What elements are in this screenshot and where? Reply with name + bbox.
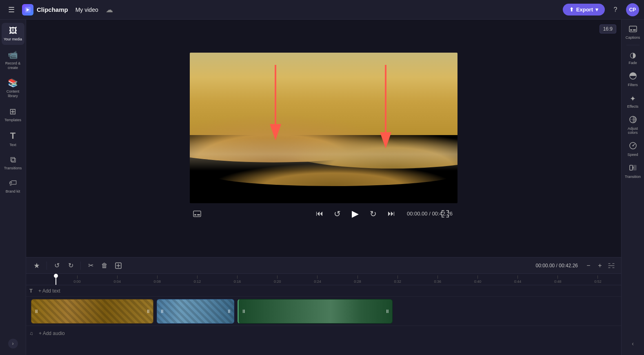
topbar-right: ⬆ Export ▾ ? CP — [563, 3, 639, 16]
export-chevron-icon: ▾ — [595, 7, 598, 13]
preview-area: 16:9 — [26, 20, 621, 257]
ruler-mark-36: 0:36 — [417, 275, 457, 284]
brand-kit-icon: 🏷 — [9, 178, 17, 188]
right-sidebar-item-effects[interactable]: ✦ Effects — [623, 91, 643, 111]
clip-forest-left-handle: ⏸ — [241, 308, 246, 314]
magic-tool-button[interactable] — [31, 260, 42, 271]
transition-label: Transition — [625, 175, 641, 179]
right-sidebar-collapse-button[interactable]: ‹ — [630, 339, 635, 348]
zoom-controls: − + — [584, 261, 616, 271]
svg-rect-18 — [633, 165, 636, 170]
app-name: Clipchamp — [37, 6, 68, 13]
sidebar-item-label: Your media — [4, 37, 22, 42]
right-sidebar-item-fade[interactable]: ◑ Fade — [623, 48, 643, 68]
center-area: 16:9 — [26, 20, 621, 355]
fullscreen-button[interactable] — [438, 206, 453, 221]
ruler-mark-0: 0:00 — [57, 275, 97, 284]
effects-label: Effects — [627, 104, 638, 109]
templates-icon: ⊞ — [9, 106, 16, 116]
right-sidebar-item-captions[interactable]: Captions — [623, 23, 643, 42]
logo-icon — [22, 4, 33, 16]
sidebar-item-label: Text — [9, 143, 16, 147]
forward-button[interactable]: ↻ — [366, 206, 381, 221]
rewind-button[interactable]: ↺ — [330, 206, 345, 221]
zoom-in-button[interactable]: + — [595, 261, 605, 271]
clip-forest-right-handle: ⏸ — [385, 308, 390, 314]
clip-desert[interactable]: ⏸ ⏸ — [31, 299, 153, 324]
sidebar-item-label: Brand kit — [6, 189, 20, 193]
sidebar-item-label: Contentlibrary — [7, 89, 20, 98]
sidebar-item-text[interactable]: T Text — [2, 127, 24, 150]
export-label: Export — [576, 7, 593, 13]
effects-sidebar-icon: ✦ — [630, 94, 636, 103]
transitions-icon: ⧉ — [10, 155, 16, 164]
ruler-mark-16: 0:16 — [218, 275, 258, 284]
mist — [190, 138, 457, 171]
svg-rect-11 — [630, 29, 632, 31]
record-icon: 📹 — [8, 50, 18, 60]
clip-desert-left-handle: ⏸ — [34, 308, 39, 314]
svg-rect-12 — [633, 29, 636, 31]
clip-desert-right-handle: ⏸ — [146, 308, 151, 314]
right-sidebar-item-transition[interactable]: Transition — [623, 161, 643, 182]
app-logo: Clipchamp — [22, 4, 68, 16]
ruler-mark-52: 0:52 — [578, 275, 618, 284]
sidebar-item-templates[interactable]: ⊞ Templates — [2, 103, 24, 126]
topbar: ☰ Clipchamp My video ☁ ⬆ Export ▾ ? CP — [0, 0, 644, 20]
main-area: 🖼 Your media 📹 Record &create 📚 Contentl… — [0, 20, 644, 355]
skip-back-button[interactable]: ⏮ — [312, 206, 327, 221]
right-sidebar-divider-1 — [626, 45, 640, 45]
undo-button[interactable]: ↺ — [51, 260, 62, 271]
user-avatar[interactable]: CP — [626, 3, 639, 16]
transition-sidebar-icon — [629, 164, 637, 173]
help-button[interactable]: ? — [609, 3, 622, 16]
add-audio-button[interactable]: + Add audio — [36, 330, 67, 337]
adjust-colors-label: Adjustcolors — [628, 126, 638, 135]
right-sidebar-item-speed[interactable]: Speed — [623, 139, 643, 160]
video-track: ⏸ ⏸ ⏸ ⏸ ⏸ ⏸ — [26, 297, 621, 326]
fade-sidebar-icon: ◑ — [630, 51, 636, 60]
right-sidebar-item-filters[interactable]: Filters — [623, 69, 643, 90]
ruler-mark-8: 0:08 — [137, 275, 177, 284]
zoom-out-button[interactable]: − — [584, 261, 593, 271]
video-preview — [190, 53, 457, 203]
sidebar-item-brand-kit[interactable]: 🏷 Brand kit — [2, 175, 24, 197]
delete-button[interactable]: 🗑 — [99, 260, 110, 271]
clip-aerial[interactable]: ⏸ ⏸ — [157, 299, 234, 324]
redo-button[interactable]: ↻ — [65, 260, 76, 271]
ruler-mark-20: 0:20 — [258, 275, 298, 284]
filters-label: Filters — [628, 83, 638, 87]
speed-sidebar-icon — [629, 142, 637, 151]
sidebar-item-your-media[interactable]: 🖼 Your media — [2, 23, 24, 45]
fit-to-window-button[interactable] — [606, 261, 616, 271]
svg-rect-17 — [630, 165, 633, 170]
ruler-mark-44: 0:44 — [498, 275, 538, 284]
sidebar-item-record[interactable]: 📹 Record &create — [2, 47, 24, 73]
right-sidebar: Captions ◑ Fade Filters ✦ Effects — [621, 20, 644, 355]
add-text-button[interactable]: + Add text — [36, 287, 63, 295]
export-icon: ⬆ — [569, 7, 574, 13]
play-button[interactable]: ▶ — [348, 206, 363, 221]
captions-button[interactable] — [190, 206, 204, 221]
ruler-mark-24: 0:24 — [298, 275, 338, 284]
sidebar-item-content-library[interactable]: 📚 Contentlibrary — [2, 75, 24, 102]
timeline-toolbar: ↺ ↻ ✂ 🗑 00:00.00 / 00:42.26 − + — [26, 257, 621, 274]
svg-rect-8 — [197, 214, 200, 215]
ruler-marks-container: 0:00 0:04 0:08 0:12 0:16 0:20 0:24 0:28 … — [29, 275, 618, 284]
clip-forest[interactable]: ⏸ ⏸ — [238, 299, 393, 324]
right-sidebar-item-adjust-colors[interactable]: Adjustcolors — [623, 113, 643, 138]
hamburger-menu-button[interactable]: ☰ — [5, 3, 18, 16]
sidebar-item-transitions[interactable]: ⧉ Transitions — [2, 152, 24, 173]
export-button[interactable]: ⬆ Export ▾ — [563, 4, 605, 16]
skip-forward-button[interactable]: ⏭ — [384, 206, 399, 221]
video-title-input[interactable]: My video — [72, 5, 102, 15]
content-library-icon: 📚 — [8, 78, 18, 88]
sidebar-collapse-button[interactable]: › — [8, 339, 18, 348]
cut-button[interactable]: ✂ — [85, 260, 96, 271]
fade-label: Fade — [628, 61, 637, 65]
aspect-ratio-badge: 16:9 — [600, 24, 616, 33]
adjust-colors-sidebar-icon — [629, 116, 637, 125]
ruler-marks: 0:00 0:04 0:08 0:12 0:16 0:20 0:24 0:28 … — [57, 275, 618, 284]
add-media-button[interactable] — [113, 260, 124, 271]
playhead-ruler — [56, 274, 56, 285]
